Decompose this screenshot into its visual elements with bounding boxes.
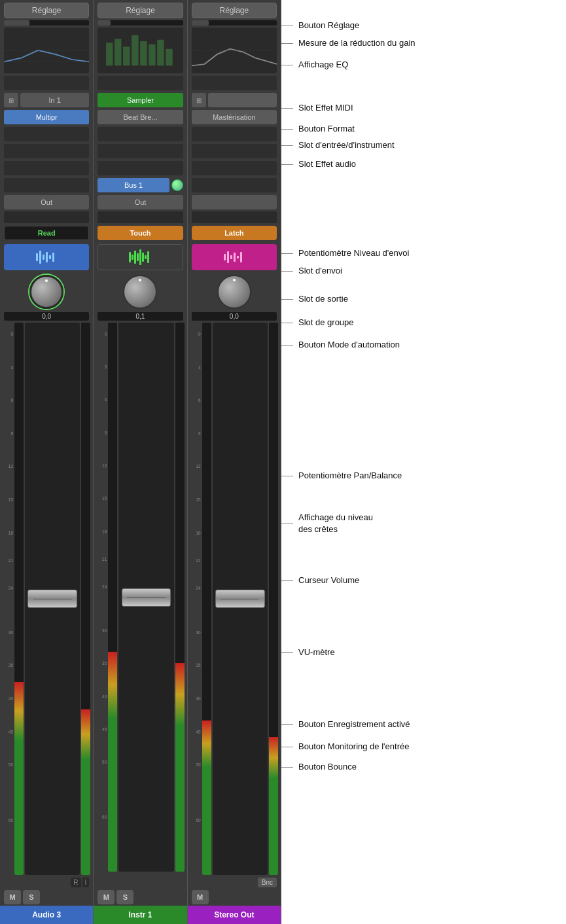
- waveform-button-stereoout[interactable]: [192, 244, 277, 270]
- group-slot-stereoout[interactable]: [192, 211, 277, 223]
- peak-value-audio3[interactable]: 0,0: [4, 312, 89, 321]
- annotation-text-effect: Slot Effet audio: [298, 158, 356, 170]
- eq-display-instr1[interactable]: [97, 27, 183, 73]
- group-slot-audio3[interactable]: [4, 211, 89, 223]
- channel-name-stereoout[interactable]: Stereo Out: [188, 906, 281, 924]
- empty-slot3-stereoout: [192, 161, 277, 175]
- format-row-audio3: ⊞ In 1: [4, 93, 89, 107]
- output-slot-instr1[interactable]: Out: [97, 195, 183, 209]
- empty-slot2-stereoout: [192, 144, 277, 158]
- waveform-button-instr1[interactable]: [97, 244, 183, 270]
- pan-knob-audio3[interactable]: [0, 275, 93, 309]
- send-slot-audio3[interactable]: [4, 178, 89, 192]
- empty-slot3-audio3: [4, 161, 89, 175]
- send-slot-stereoout[interactable]: [192, 178, 277, 192]
- fader-handle-audio3[interactable]: [27, 590, 77, 608]
- empty-slot3-instr1: [97, 161, 183, 175]
- reglage-button-audio3[interactable]: Réglage: [4, 3, 89, 18]
- audio-effect-slot-audio3[interactable]: Multipr: [4, 110, 89, 124]
- svg-rect-11: [132, 35, 138, 66]
- fader-instr1[interactable]: [118, 323, 173, 872]
- annotation-text-midi: Slot Effet MIDI: [298, 102, 353, 114]
- annotation-bounce: Bouton Bounce: [281, 761, 357, 773]
- annotation-peak: Affichage du niveau des crêtes: [281, 512, 373, 535]
- vu-meter-right-audio3: [81, 323, 90, 875]
- fader-audio3[interactable]: [25, 323, 80, 875]
- fader-handle-instr1[interactable]: [122, 588, 171, 607]
- annotation-input: Slot d'entrée/d'instrument: [281, 139, 395, 151]
- monitor-button-audio3[interactable]: I: [82, 878, 90, 887]
- annotation-text-bounce: Bouton Bounce: [298, 761, 357, 773]
- annotation-sendknob: Potentiomètre Niveau d'envoi: [281, 247, 409, 259]
- pan-knob-stereoout[interactable]: [188, 275, 281, 309]
- annotation-text-record: Bouton Enregistrement activé: [298, 719, 410, 730]
- channel-body-stereoout: Réglage: [188, 0, 281, 924]
- eq-display-audio3[interactable]: [4, 27, 89, 73]
- output-slot-audio3[interactable]: Out: [4, 195, 89, 209]
- automation-button-audio3[interactable]: Read: [4, 226, 89, 240]
- eq-display-stereoout[interactable]: [192, 27, 277, 73]
- pan-knob-instr1[interactable]: [94, 275, 186, 309]
- channel-name-instr1[interactable]: Instr 1: [94, 906, 186, 924]
- svg-rect-19: [137, 253, 139, 261]
- automation-button-instr1[interactable]: Touch: [97, 226, 183, 240]
- annotation-eq: Affichage EQ: [281, 59, 348, 71]
- svg-rect-17: [132, 255, 133, 260]
- bounce-button-stereoout[interactable]: Bnc: [258, 878, 277, 887]
- mute-row-stereoout: M: [188, 889, 281, 906]
- input-slot-audio3[interactable]: In 1: [20, 93, 89, 107]
- mute-button-audio3[interactable]: M: [4, 890, 21, 904]
- annotation-text-peak: Affichage du niveau des crêtes: [298, 512, 373, 535]
- input-slot-stereoout[interactable]: [208, 93, 277, 107]
- midi-effect-slot-instr1[interactable]: [97, 76, 183, 90]
- reglage-button-stereoout[interactable]: Réglage: [192, 3, 277, 18]
- annotation-effect: Slot Effet audio: [281, 158, 356, 170]
- svg-rect-5: [46, 252, 48, 262]
- svg-rect-13: [149, 44, 156, 66]
- mute-button-instr1[interactable]: M: [97, 890, 115, 904]
- annotation-text-send: Slot d'envoi: [298, 265, 342, 277]
- spacer-instr1: [94, 873, 186, 889]
- channel-name-audio3[interactable]: Audio 3: [0, 906, 93, 924]
- audio-effect-slot-instr1[interactable]: Beat Bre...: [97, 110, 183, 124]
- annotation-text-group: Slot de groupe: [298, 317, 354, 329]
- annotation-out: Slot de sortie: [281, 293, 348, 305]
- solo-button-audio3[interactable]: S: [23, 890, 40, 904]
- svg-rect-23: [147, 251, 149, 263]
- svg-rect-14: [158, 40, 164, 66]
- peak-display-audio3: 0,0: [4, 312, 89, 321]
- solo-button-instr1[interactable]: S: [116, 890, 133, 904]
- annotation-pan: Potentiomètre Pan/Balance: [281, 470, 402, 482]
- audio-effect-slot-stereoout[interactable]: Mastérisation: [192, 110, 277, 124]
- send-knob-instr1[interactable]: [171, 179, 183, 191]
- midi-effect-slot-audio3[interactable]: [4, 76, 89, 90]
- svg-rect-29: [237, 256, 239, 258]
- automation-button-stereoout[interactable]: Latch: [192, 226, 277, 240]
- waveform-button-audio3[interactable]: [4, 244, 89, 270]
- mute-solo-row-audio3: M S: [0, 889, 93, 906]
- send-slot-instr1[interactable]: Bus 1: [97, 178, 169, 192]
- format-button-stereoout[interactable]: ⊞: [192, 93, 206, 107]
- fader-stereoout[interactable]: [213, 323, 268, 875]
- channel-strip-instr1: Réglage: [94, 0, 187, 924]
- empty-slot2-audio3: [4, 144, 89, 158]
- output-slot-stereoout[interactable]: [192, 195, 277, 209]
- vu-meter-right-instr1: [175, 323, 185, 872]
- group-slot-instr1[interactable]: [97, 211, 183, 223]
- fader-handle-stereoout[interactable]: [215, 590, 265, 608]
- peak-value-stereoout[interactable]: 0,0: [192, 312, 277, 321]
- send-row-stereoout: [192, 178, 277, 192]
- record-monitor-row-audio3: R I: [0, 876, 93, 889]
- record-button-audio3[interactable]: R: [71, 878, 80, 887]
- reglage-button-instr1[interactable]: Réglage: [97, 3, 183, 18]
- gain-reduction-meter-instr1: [97, 20, 183, 26]
- annotation-text-input: Slot d'entrée/d'instrument: [298, 139, 395, 151]
- annotation-text-pan: Potentiomètre Pan/Balance: [298, 470, 402, 482]
- midi-effect-slot-stereoout[interactable]: [192, 76, 277, 90]
- annotation-format: Bouton Format: [281, 123, 355, 135]
- svg-rect-9: [115, 39, 121, 66]
- format-button-audio3[interactable]: ⊞: [4, 93, 18, 107]
- sampler-slot-instr1[interactable]: Sampler: [97, 93, 183, 107]
- mute-button-stereoout[interactable]: M: [192, 890, 209, 904]
- peak-value-instr1[interactable]: 0,1: [97, 312, 183, 321]
